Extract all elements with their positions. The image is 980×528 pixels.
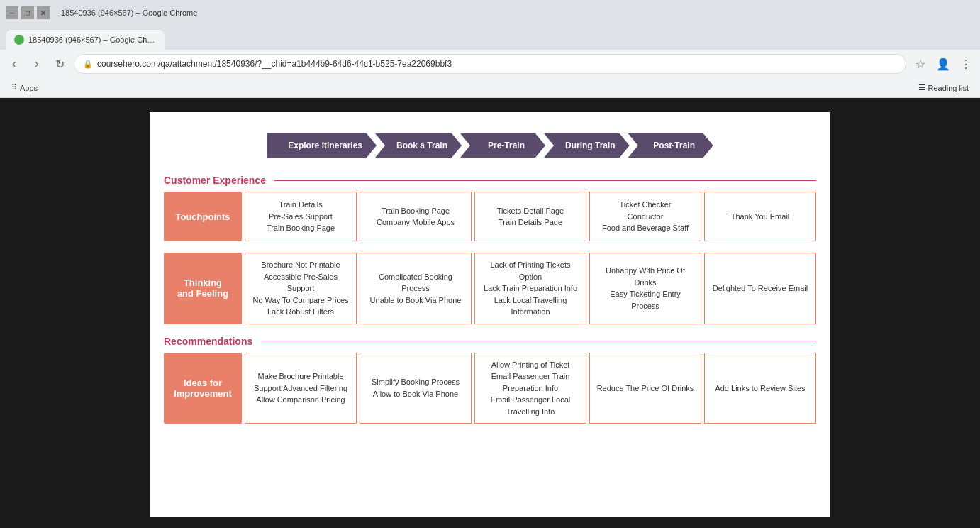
- tab-label: 18540936 (946×567) – Google Chrome: [28, 35, 156, 44]
- recommendations-line: [261, 341, 816, 341]
- step-post: Post-Train: [628, 133, 713, 158]
- step-post-label: Post-Train: [653, 141, 695, 150]
- bookmark-button[interactable]: ☆: [912, 55, 929, 72]
- thinking-cell-2-content: Lack of Printing Tickets OptionLack Trai…: [481, 259, 580, 318]
- reading-list-label: Reading list: [928, 84, 969, 92]
- ideas-label: Ideas forImprovement: [164, 353, 242, 424]
- touchpoints-cell-0: Train DetailsPre-Sales SupportTrain Book…: [245, 192, 357, 241]
- ideas-cell-0: Make Brochure PrintableSupport Advanced …: [245, 353, 357, 424]
- customer-experience-label: Customer Experience: [164, 175, 266, 186]
- window-title: 18540936 (946×567) – Google Chrome: [61, 9, 197, 17]
- thinking-feeling-row: Thinkingand Feeling Brochure Not Printab…: [164, 253, 816, 324]
- thinking-cell-3: Unhappy With Price Of DrinksEasy Ticketi…: [589, 253, 701, 324]
- step-pretrain: Pre-Train: [460, 133, 545, 158]
- step-during-label: During Train: [565, 141, 616, 150]
- back-button[interactable]: ‹: [6, 55, 23, 72]
- thinking-cell-4-content: Delighted To Receive Email: [713, 282, 808, 295]
- touchpoints-cell-2-content: Tickets Detail PageTrain Details Page: [497, 205, 564, 229]
- thinking-feeling-cells: Brochure Not PrintableAccessible Pre-Sal…: [245, 253, 816, 324]
- touchpoints-cell-1-content: Train Booking PageCompany Mobile Apps: [377, 205, 455, 229]
- recommendations-header: Recommendations: [164, 336, 816, 347]
- touchpoints-label: Touchpoints: [164, 192, 242, 241]
- browser-window: ─ □ ✕ 18540936 (946×567) – Google Chrome…: [0, 0, 980, 528]
- reading-list-item[interactable]: ☰ Reading list: [913, 82, 974, 94]
- touchpoints-cell-0-content: Train DetailsPre-Sales SupportTrain Book…: [267, 199, 335, 234]
- thinking-cell-3-content: Unhappy With Price Of DrinksEasy Ticketi…: [596, 265, 695, 312]
- ideas-cell-3: Reduce The Price Of Drinks: [589, 353, 701, 424]
- menu-button[interactable]: ⋮: [957, 55, 974, 72]
- window-controls: ─ □ ✕: [6, 6, 50, 19]
- step-explore-label: Explore Itineraries: [288, 141, 362, 150]
- ideas-cell-1: Simplify Booking ProcessAllow to Book Vi…: [360, 353, 472, 424]
- step-book: Book a Train: [375, 133, 462, 158]
- url-display: coursehero.com/qa/attachment/18540936/?_…: [97, 59, 452, 69]
- tab-favicon: [14, 35, 24, 45]
- ideas-cell-2: Allow Printing of TicketEmail Passenger …: [474, 353, 586, 424]
- customer-experience-header: Customer Experience: [164, 175, 816, 186]
- thinking-cell-4: Delighted To Receive Email: [704, 253, 816, 324]
- close-button[interactable]: ✕: [37, 6, 50, 19]
- thinking-cell-2: Lack of Printing Tickets OptionLack Trai…: [474, 253, 586, 324]
- journey-steps: Explore Itineraries Book a Train Pre-Tra…: [164, 133, 816, 158]
- ideas-cell-3-content: Reduce The Price Of Drinks: [597, 383, 694, 395]
- address-bar-row: ‹ › ↻ 🔒 coursehero.com/qa/attachment/185…: [0, 50, 980, 78]
- ideas-cell-2-content: Allow Printing of TicketEmail Passenger …: [481, 359, 580, 418]
- reading-list-icon: ☰: [918, 83, 925, 92]
- maximize-button[interactable]: □: [21, 6, 34, 19]
- apps-grid-icon: ⠿: [11, 83, 17, 92]
- thinking-feeling-label: Thinkingand Feeling: [164, 253, 242, 324]
- step-pretrain-label: Pre-Train: [488, 141, 525, 150]
- touchpoints-cell-4: Thank You Email: [704, 192, 816, 241]
- apps-bookmark[interactable]: ⠿ Apps: [6, 82, 43, 94]
- customer-experience-line: [274, 180, 816, 181]
- tab-bar: 18540936 (946×567) – Google Chrome: [0, 26, 980, 50]
- lock-icon: 🔒: [83, 60, 93, 69]
- step-explore: Explore Itineraries: [267, 133, 377, 158]
- thinking-cell-0-content: Brochure Not PrintableAccessible Pre-Sal…: [251, 259, 350, 318]
- ideas-cells: Make Brochure PrintableSupport Advanced …: [245, 353, 816, 424]
- touchpoints-cell-4-content: Thank You Email: [731, 211, 790, 223]
- address-bar[interactable]: 🔒 coursehero.com/qa/attachment/18540936/…: [74, 54, 906, 74]
- touchpoints-cells: Train DetailsPre-Sales SupportTrain Book…: [245, 192, 816, 241]
- ideas-row: Ideas forImprovement Make Brochure Print…: [164, 353, 816, 424]
- thinking-cell-0: Brochure Not PrintableAccessible Pre-Sal…: [245, 253, 357, 324]
- forward-button[interactable]: ›: [28, 55, 45, 72]
- touchpoints-cell-3: Ticket CheckerConductorFood and Beverage…: [589, 192, 701, 241]
- ideas-cell-0-content: Make Brochure PrintableSupport Advanced …: [254, 370, 347, 406]
- bookmarks-bar: ⠿ Apps ☰ Reading list: [0, 78, 980, 98]
- active-tab[interactable]: 18540936 (946×567) – Google Chrome: [6, 30, 165, 50]
- minimize-button[interactable]: ─: [6, 6, 18, 19]
- thinking-cell-1-content: Complicated Booking ProcessUnable to Boo…: [366, 271, 465, 307]
- reload-button[interactable]: ↻: [51, 55, 68, 72]
- thinking-cell-1: Complicated Booking ProcessUnable to Boo…: [360, 253, 472, 324]
- step-during: During Train: [544, 133, 630, 158]
- recommendations-label: Recommendations: [164, 336, 252, 347]
- ideas-cell-4: Add Links to Review Sites: [704, 353, 816, 424]
- touchpoints-cell-1: Train Booking PageCompany Mobile Apps: [360, 192, 472, 241]
- touchpoints-cell-3-content: Ticket CheckerConductorFood and Beverage…: [602, 199, 689, 234]
- apps-label: Apps: [20, 84, 38, 92]
- touchpoints-cell-2: Tickets Detail PageTrain Details Page: [474, 192, 586, 241]
- page-content: Explore Itineraries Book a Train Pre-Tra…: [150, 112, 830, 517]
- ideas-cell-4-content: Add Links to Review Sites: [715, 383, 805, 395]
- step-book-label: Book a Train: [396, 141, 447, 150]
- touchpoints-row: Touchpoints Train DetailsPre-Sales Suppo…: [164, 192, 816, 241]
- profile-button[interactable]: 👤: [935, 55, 952, 72]
- ideas-cell-1-content: Simplify Booking ProcessAllow to Book Vi…: [372, 376, 460, 400]
- titlebar: ─ □ ✕ 18540936 (946×567) – Google Chrome: [0, 0, 980, 26]
